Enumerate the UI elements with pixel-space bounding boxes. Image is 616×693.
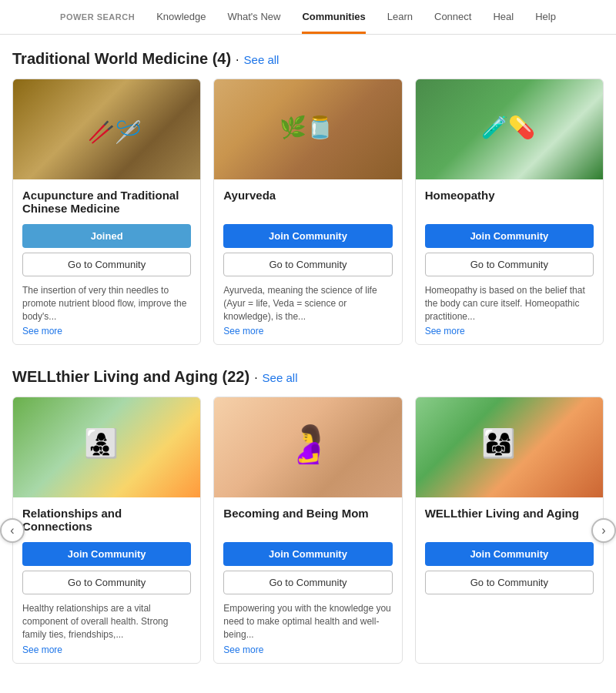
card-acupuncture: Acupuncture and Traditional Chinese Medi… (12, 79, 201, 345)
card-wellthier-title: WELLthier Living and Aging (425, 507, 594, 534)
card-ayurveda-title: Ayurveda (223, 189, 392, 216)
section2-header: WELLthier Living and Aging (22) · See al… (12, 368, 604, 386)
card-ayurveda-desc: Ayurveda, meaning the science of life (A… (223, 284, 392, 323)
card-acupuncture-go-btn[interactable]: Go to Community (22, 253, 191, 276)
card-acupuncture-joined-btn[interactable]: Joined (22, 224, 191, 248)
section2-cards: Relationships and Connections Join Commu… (12, 397, 604, 663)
nav-connect[interactable]: Connect (434, 11, 471, 34)
card-relationships: Relationships and Connections Join Commu… (12, 397, 201, 663)
section2-separator: · (254, 371, 257, 385)
section1-see-all[interactable]: See all (244, 53, 280, 66)
section1-title: Traditional World Medicine (4) (12, 50, 231, 68)
card-becoming-mom-image (214, 397, 401, 497)
nav-whats-new[interactable]: What's New (227, 11, 280, 34)
card-wellthier-body: WELLthier Living and Aging Join Communit… (416, 497, 603, 662)
main-content: Traditional World Medicine (4) · See all… (0, 35, 616, 693)
card-ayurveda-image (214, 79, 401, 179)
card-becoming-mom-go-btn[interactable]: Go to Community (223, 571, 392, 594)
nav-power-search[interactable]: POWER SEARCH (60, 12, 135, 33)
main-nav: POWER SEARCH Knowledge What's New Commun… (0, 0, 616, 35)
card-homeopathy-go-btn[interactable]: Go to Community (425, 253, 594, 276)
nav-help[interactable]: Help (535, 11, 556, 34)
card-homeopathy-body: Homeopathy Join Community Go to Communit… (416, 179, 603, 344)
card-ayurveda-go-btn[interactable]: Go to Community (223, 253, 392, 276)
nav-knowledge[interactable]: Knowledge (156, 11, 206, 34)
card-wellthier-join-btn[interactable]: Join Community (425, 542, 594, 566)
card-becoming-mom-desc: Empowering you with the knowledge you ne… (223, 602, 392, 641)
card-homeopathy: Homeopathy Join Community Go to Communit… (415, 79, 604, 345)
section2-see-all[interactable]: See all (263, 371, 298, 384)
card-acupuncture-desc: The insertion of very thin needles to pr… (22, 284, 191, 323)
section2-carousel: ‹ Relationships and Connections Join Com… (12, 397, 604, 663)
card-wellthier-image (416, 397, 603, 497)
card-relationships-body: Relationships and Connections Join Commu… (13, 497, 200, 662)
card-becoming-mom: Becoming and Being Mom Join Community Go… (213, 397, 402, 663)
section1-header: Traditional World Medicine (4) · See all (12, 50, 604, 68)
carousel-left-arrow[interactable]: ‹ (0, 518, 25, 543)
card-homeopathy-image (416, 79, 603, 179)
card-acupuncture-image (13, 79, 200, 179)
card-acupuncture-seemore[interactable]: See more (22, 326, 191, 336)
card-wellthier-go-btn[interactable]: Go to Community (425, 571, 594, 594)
card-homeopathy-desc: Homeopathy is based on the belief that t… (425, 284, 594, 323)
card-relationships-image (13, 397, 200, 497)
nav-communities[interactable]: Communities (302, 11, 365, 34)
card-homeopathy-title: Homeopathy (425, 189, 594, 216)
card-relationships-title: Relationships and Connections (22, 507, 191, 534)
card-homeopathy-join-btn[interactable]: Join Community (425, 224, 594, 248)
card-acupuncture-title: Acupuncture and Traditional Chinese Medi… (22, 189, 191, 216)
card-acupuncture-body: Acupuncture and Traditional Chinese Medi… (13, 179, 200, 344)
card-becoming-mom-seemore[interactable]: See more (223, 644, 392, 655)
carousel-right-arrow[interactable]: › (591, 518, 616, 543)
card-ayurveda-body: Ayurveda Join Community Go to Community … (214, 179, 401, 344)
card-relationships-seemore[interactable]: See more (22, 644, 191, 655)
card-becoming-mom-body: Becoming and Being Mom Join Community Go… (214, 497, 401, 662)
card-ayurveda-seemore[interactable]: See more (223, 326, 392, 336)
section1-cards: Acupuncture and Traditional Chinese Medi… (12, 79, 604, 345)
nav-learn[interactable]: Learn (387, 11, 413, 34)
card-becoming-mom-title: Becoming and Being Mom (223, 507, 392, 534)
nav-heal[interactable]: Heal (493, 11, 514, 34)
card-ayurveda: Ayurveda Join Community Go to Community … (213, 79, 402, 345)
card-ayurveda-join-btn[interactable]: Join Community (223, 224, 392, 248)
section2-title: WELLthier Living and Aging (22) (12, 368, 249, 386)
card-relationships-join-btn[interactable]: Join Community (22, 542, 191, 566)
card-homeopathy-seemore[interactable]: See more (425, 326, 594, 336)
card-wellthier: WELLthier Living and Aging Join Communit… (415, 397, 604, 663)
card-wellthier-desc (425, 602, 594, 651)
card-relationships-desc: Healthy relationships are a vital compon… (22, 602, 191, 641)
card-relationships-go-btn[interactable]: Go to Community (22, 571, 191, 594)
card-becoming-mom-join-btn[interactable]: Join Community (223, 542, 392, 566)
section1-separator: · (236, 53, 239, 67)
